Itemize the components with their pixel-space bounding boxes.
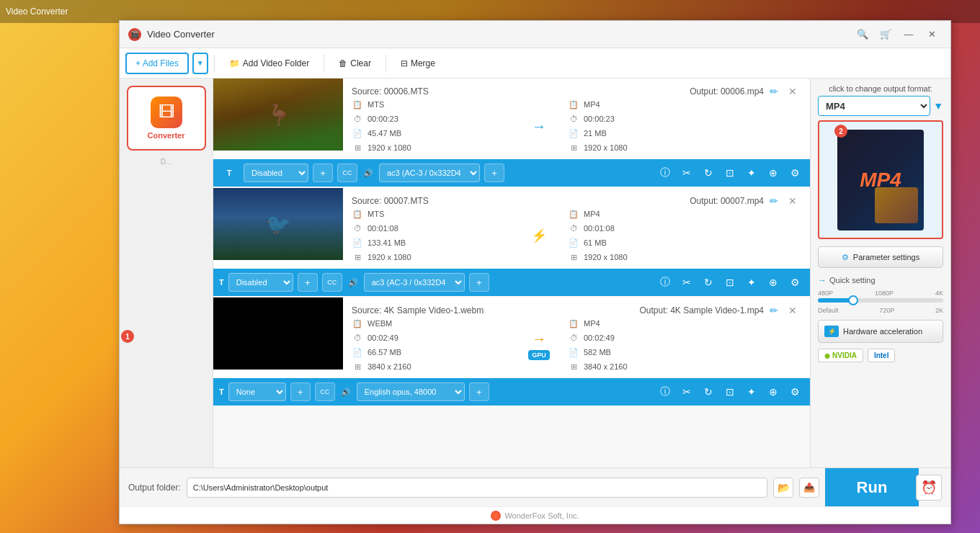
output-folder-label: Output folder: bbox=[128, 483, 181, 493]
subtitle-icon-2: T bbox=[219, 278, 224, 287]
file-1-close[interactable]: ✕ bbox=[784, 84, 801, 99]
output-path-input[interactable] bbox=[187, 478, 767, 498]
add-files-arrow[interactable]: ▼ bbox=[192, 53, 208, 74]
out-size-icon: 📄 bbox=[568, 127, 579, 139]
cut-btn-3[interactable]: ✂ bbox=[677, 382, 696, 401]
file-2-output: Output: 00007.mp4 bbox=[690, 196, 764, 206]
file-3-out-size: 582 MB bbox=[584, 348, 611, 357]
quality-label-480p: 480P bbox=[818, 290, 833, 297]
file-3-out-res: 3840 x 2160 bbox=[584, 362, 628, 371]
file-2-out-size: 61 MB bbox=[584, 238, 607, 247]
quality-thumb[interactable] bbox=[848, 295, 858, 305]
file-1-edit-icon[interactable]: ✏ bbox=[770, 86, 778, 97]
mp4-text-label: MP4 bbox=[860, 169, 901, 192]
add-subtitle-btn-2[interactable]: + bbox=[298, 273, 318, 292]
cut-btn-2[interactable]: ✂ bbox=[677, 273, 696, 292]
arrow-area-3: → GPU bbox=[510, 331, 568, 360]
crop-btn-1[interactable]: ⊡ bbox=[721, 164, 739, 182]
settings-btn-1[interactable]: ⚙ bbox=[785, 164, 804, 182]
cut-btn-1[interactable]: ✂ bbox=[677, 164, 696, 182]
file-row-1: 🦩 Source: 00006.MTS Output: 00006.mp4 ✏ … bbox=[213, 79, 810, 159]
right-panel: click to change output format: MP4 ▼ MP4… bbox=[810, 79, 950, 467]
subtitle-select-2[interactable]: Disabled bbox=[228, 273, 293, 292]
crop-btn-2[interactable]: ⊡ bbox=[721, 273, 739, 292]
file-2-src-details: 📋 MTS ⏱ 00:01:08 📄 133.41 MB bbox=[352, 208, 510, 263]
effect-btn-3[interactable]: ✦ bbox=[742, 382, 761, 401]
file-3-edit-icon[interactable]: ✏ bbox=[770, 305, 778, 316]
open-folder-button[interactable]: 📤 bbox=[799, 478, 819, 498]
sidebar-item-converter[interactable]: 🎞 Converter bbox=[127, 86, 206, 151]
info-btn-3[interactable]: ⓘ bbox=[656, 382, 674, 401]
clear-button[interactable]: 🗑 Clear bbox=[330, 53, 380, 74]
control-bar-2: T Disabled + CC 🔊 ac3 (AC-3 / 0x332D4 + … bbox=[213, 269, 810, 296]
file-2-out-res: 1920 x 1080 bbox=[584, 253, 628, 261]
badge-1: 1 bbox=[121, 330, 134, 343]
close-button[interactable]: ✕ bbox=[922, 27, 942, 42]
app-icon: 🎬 bbox=[128, 28, 141, 41]
merge-button[interactable]: ⊟ Merge bbox=[392, 53, 444, 74]
rotate-btn-2[interactable]: ↻ bbox=[699, 273, 718, 292]
info-btn-2[interactable]: ⓘ bbox=[656, 273, 674, 292]
browse-folder-button[interactable]: 📂 bbox=[773, 478, 793, 498]
add-files-button[interactable]: + Add Files bbox=[125, 53, 189, 74]
add-subtitle-btn-1[interactable]: + bbox=[313, 164, 333, 182]
file-2-close[interactable]: ✕ bbox=[784, 194, 801, 208]
file-2-edit-icon[interactable]: ✏ bbox=[770, 195, 778, 207]
footer-logo bbox=[491, 511, 501, 521]
file-3-source: Source: 4K Sample Video-1.webm bbox=[352, 305, 484, 315]
add-video-folder-button[interactable]: 📁 Add Video Folder bbox=[220, 53, 318, 74]
add-subtitle-btn-3[interactable]: + bbox=[290, 382, 311, 401]
settings-btn-3[interactable]: ⚙ bbox=[785, 382, 804, 401]
watermark-btn-2[interactable]: ⊕ bbox=[764, 273, 783, 292]
cc-btn-2[interactable]: CC bbox=[322, 273, 342, 292]
add-audio-btn-2[interactable]: + bbox=[469, 273, 489, 292]
file-1-out-res-row: ⊞ 1920 x 1080 bbox=[568, 142, 726, 153]
file-2-src-format: MTS bbox=[368, 210, 384, 218]
quality-track[interactable] bbox=[818, 298, 943, 303]
audio-select-1[interactable]: ac3 (AC-3 / 0x332D4 bbox=[379, 164, 480, 182]
search-button[interactable]: 🔍 bbox=[852, 27, 873, 42]
file-1-out-details: 📋 MP4 ⏱ 00:00:23 📄 21 MB bbox=[568, 99, 726, 153]
format-label: click to change output format: bbox=[811, 79, 950, 96]
watermark-btn-3[interactable]: ⊕ bbox=[764, 382, 783, 401]
cart-button[interactable]: 🛒 bbox=[876, 27, 896, 42]
file-2-src-size: 133.41 MB bbox=[368, 238, 406, 247]
toolbar-sep-2 bbox=[324, 55, 324, 72]
param-settings-button[interactable]: ⚙ Parameter settings bbox=[818, 246, 943, 268]
file-3-close[interactable]: ✕ bbox=[784, 303, 801, 318]
file-item-2: 🐦 Source: 00007.MTS Output: 00007.mp4 ✏ … bbox=[213, 188, 810, 296]
run-button[interactable]: Run bbox=[825, 468, 919, 507]
quality-sub-default: Default bbox=[818, 307, 839, 314]
hw-accel-button[interactable]: ⚡ Hardware acceleration bbox=[818, 320, 943, 343]
minimize-button[interactable]: — bbox=[899, 27, 919, 42]
file-3-out-format: MP4 bbox=[584, 319, 600, 328]
footer-company: WonderFox Soft, Inc. bbox=[504, 511, 579, 520]
file-1-src-details: 📋 MTS ⏱ 00:00:23 📄 45.47 MB bbox=[352, 99, 510, 153]
main-window: 🎬 Video Converter 🔍 🛒 — ✕ + Add Files ▼ … bbox=[119, 20, 951, 524]
file-2-source: Source: 00007.MTS bbox=[352, 196, 429, 206]
effect-btn-1[interactable]: ✦ bbox=[742, 164, 761, 182]
info-btn-1[interactable]: ⓘ bbox=[656, 164, 674, 182]
cc-btn-3[interactable]: CC bbox=[315, 382, 335, 401]
watermark-btn-1[interactable]: ⊕ bbox=[764, 164, 783, 182]
add-audio-btn-3[interactable]: + bbox=[469, 382, 489, 401]
subtitle-select-3[interactable]: None bbox=[228, 382, 286, 401]
cc-btn-1[interactable]: CC bbox=[337, 164, 357, 182]
settings-btn-2[interactable]: ⚙ bbox=[785, 273, 804, 292]
format-select[interactable]: MP4 bbox=[818, 96, 930, 116]
add-audio-btn-1[interactable]: + bbox=[484, 164, 504, 182]
rotate-btn-1[interactable]: ↻ bbox=[699, 164, 718, 182]
crop-btn-3[interactable]: ⊡ bbox=[721, 382, 739, 401]
audio-select-3[interactable]: English opus, 48000 bbox=[357, 382, 465, 401]
toolbar-sep-1 bbox=[214, 55, 215, 72]
left-sidebar: 🎞 Converter D... bbox=[120, 79, 213, 467]
format-preview-box[interactable]: MP4 bbox=[818, 120, 943, 239]
effect-btn-2[interactable]: ✦ bbox=[742, 273, 761, 292]
out-format-icon: 📋 bbox=[568, 99, 579, 110]
audio-select-2[interactable]: ac3 (AC-3 / 0x332D4 bbox=[364, 273, 465, 292]
subtitle-select-1[interactable]: Disabled bbox=[244, 164, 308, 182]
file-2-src-duration: 00:01:08 bbox=[368, 224, 398, 233]
param-settings-label: Parameter settings bbox=[853, 253, 919, 261]
schedule-button[interactable]: ⏰ bbox=[916, 475, 942, 501]
rotate-btn-3[interactable]: ↻ bbox=[699, 382, 718, 401]
